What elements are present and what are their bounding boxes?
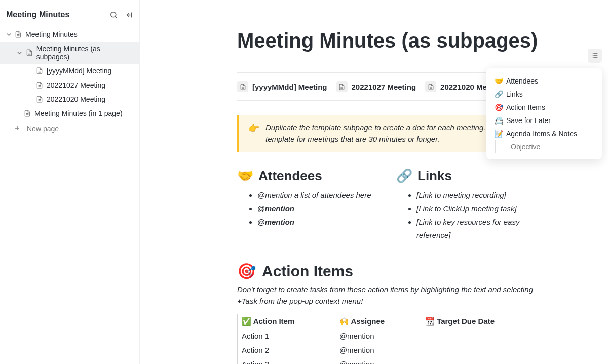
tree-item-meeting[interactable]: 20221027 Meeting xyxy=(0,78,139,92)
doc-icon xyxy=(23,109,31,117)
sidebar-tree: Meeting Minutes Meeting Minutes (as subp… xyxy=(0,27,139,120)
doc-icon xyxy=(425,81,436,92)
action-items-subtitle[interactable]: Don't forget to create tasks from these … xyxy=(237,284,545,307)
toc-item-action-items[interactable]: 🎯 Action Items xyxy=(486,101,602,114)
pointing-right-icon: 👉 xyxy=(248,122,259,145)
tree-item-subpages[interactable]: Meeting Minutes (as subpages) xyxy=(0,42,139,64)
calendar-icon: 📆 xyxy=(425,317,435,326)
toc-item-attendees[interactable]: 🤝 Attendees xyxy=(486,74,602,88)
new-page-label: New page xyxy=(27,125,59,133)
table-cell[interactable]: @mention xyxy=(335,343,421,357)
table-header[interactable]: 🙌 Assignee xyxy=(335,314,421,329)
main-content: Meeting Minutes (as subpages) [yyyyMMdd]… xyxy=(140,0,608,364)
heading-text: Links xyxy=(417,168,452,184)
handshake-icon: 🤝 xyxy=(495,77,503,85)
doc-icon xyxy=(237,81,248,92)
links-list[interactable]: [Link to meeting recording] [Link to Cli… xyxy=(396,189,545,242)
toc-item-save-later[interactable]: 📇 Save for Later xyxy=(486,114,602,127)
chevron-down-icon[interactable] xyxy=(17,50,22,55)
sidebar-header-icons xyxy=(109,10,133,19)
subpage-chip[interactable]: [yyyyMMdd] Meeting xyxy=(237,81,327,92)
table-header-row: ✅ Action Item 🙌 Assignee 📆 Target Due Da… xyxy=(238,314,545,329)
doc-icon xyxy=(35,81,44,89)
dartboard-icon: 🎯 xyxy=(495,103,503,111)
doc-icon xyxy=(14,30,22,38)
chip-label: [yyyyMMdd] Meeting xyxy=(252,83,327,91)
links-section: 🔗 Links [Link to meeting recording] [Lin… xyxy=(396,168,545,242)
chevron-down-icon[interactable] xyxy=(6,32,11,37)
doc-icon xyxy=(35,95,44,103)
table-cell[interactable] xyxy=(421,343,545,357)
list-item[interactable]: @mention a list of attendees here xyxy=(257,189,386,202)
tree-item-onepage[interactable]: Meeting Minutes (in 1 page) xyxy=(0,106,139,120)
tree-item-template[interactable]: [yyyyMMdd] Meeting xyxy=(0,64,139,78)
tree-item-label: Meeting Minutes (as subpages) xyxy=(36,45,133,61)
plus-icon xyxy=(14,125,22,133)
toc-toggle-button[interactable] xyxy=(588,49,602,63)
attendees-section: 🤝 Attendees @mention a list of attendees… xyxy=(237,168,386,242)
svg-line-1 xyxy=(115,16,117,18)
tree-item-root[interactable]: Meeting Minutes xyxy=(0,27,139,42)
attendees-list[interactable]: @mention a list of attendees here @menti… xyxy=(237,189,386,229)
sidebar-title: Meeting Minutes xyxy=(6,10,69,19)
list-item[interactable]: [Link to meeting recording] xyxy=(416,189,545,202)
table-of-contents: 🤝 Attendees 🔗 Links 🎯 Action Items 📇 Sav… xyxy=(486,68,602,159)
list-item[interactable]: [Link to ClickUp meeting task] xyxy=(416,202,545,215)
table-cell[interactable]: Action 2 xyxy=(238,343,335,357)
handshake-icon: 🤝 xyxy=(237,168,253,184)
list-item[interactable]: [Link to key resources for easy referenc… xyxy=(416,216,545,242)
table-cell[interactable]: @mention xyxy=(335,357,421,365)
raised-hands-icon: 🙌 xyxy=(339,317,349,326)
link-icon: 🔗 xyxy=(396,168,412,184)
search-icon[interactable] xyxy=(109,10,118,19)
toc-item-agenda[interactable]: 📝 Agenda Items & Notes xyxy=(486,127,602,140)
page-title[interactable]: Meeting Minutes (as subpages) xyxy=(170,29,578,52)
tree-item-label: 20221020 Meeting xyxy=(47,95,105,103)
new-page-button[interactable]: New page xyxy=(0,120,139,137)
toc-item-links[interactable]: 🔗 Links xyxy=(486,88,602,101)
tree-item-label: Meeting Minutes xyxy=(25,30,78,38)
collapse-sidebar-icon[interactable] xyxy=(124,10,133,19)
sidebar-header: Meeting Minutes xyxy=(0,7,139,27)
table-header[interactable]: 📆 Target Due Date xyxy=(421,314,545,329)
table-cell[interactable]: Action 3 xyxy=(238,357,335,365)
memo-icon: 📝 xyxy=(495,130,503,138)
table-cell[interactable]: @mention xyxy=(335,329,421,343)
doc-icon xyxy=(25,49,33,57)
doc-icon xyxy=(336,81,348,92)
action-items-table[interactable]: ✅ Action Item 🙌 Assignee 📆 Target Due Da… xyxy=(237,314,545,364)
attendees-heading[interactable]: 🤝 Attendees xyxy=(237,168,386,184)
table-cell[interactable]: Action 1 xyxy=(238,329,335,343)
heading-text: Attendees xyxy=(258,168,322,184)
tree-item-label: 20221027 Meeting xyxy=(47,81,105,89)
list-item[interactable]: @mention xyxy=(257,202,386,215)
list-item[interactable]: @mention xyxy=(257,216,386,229)
table-row[interactable]: Action 2 @mention xyxy=(238,343,545,357)
tree-item-label: Meeting Minutes (in 1 page) xyxy=(34,109,123,117)
table-row[interactable]: Action 3 @mention xyxy=(238,357,545,365)
card-index-icon: 📇 xyxy=(495,116,503,125)
doc-icon xyxy=(35,67,44,75)
dartboard-icon: 🎯 xyxy=(237,262,256,280)
tree-item-meeting[interactable]: 20221020 Meeting xyxy=(0,92,139,106)
svg-point-0 xyxy=(110,12,116,17)
table-header[interactable]: ✅ Action Item xyxy=(238,314,335,329)
sidebar: Meeting Minutes Meeting Minutes Meeting … xyxy=(0,0,140,364)
subpage-chip[interactable]: 20221027 Meeting xyxy=(336,81,416,92)
checkmark-icon: ✅ xyxy=(242,317,251,326)
chip-label: 20221027 Meeting xyxy=(352,83,416,91)
table-cell[interactable] xyxy=(421,329,545,343)
table-row[interactable]: Action 1 @mention xyxy=(238,329,545,343)
toc-item-objective[interactable]: Objective xyxy=(495,140,602,153)
action-items-heading[interactable]: 🎯 Action Items xyxy=(237,262,545,280)
link-icon: 🔗 xyxy=(495,90,503,98)
table-cell[interactable] xyxy=(421,357,545,365)
heading-text: Action Items xyxy=(262,263,353,280)
links-heading[interactable]: 🔗 Links xyxy=(396,168,545,184)
tree-item-label: [yyyyMMdd] Meeting xyxy=(47,67,111,75)
